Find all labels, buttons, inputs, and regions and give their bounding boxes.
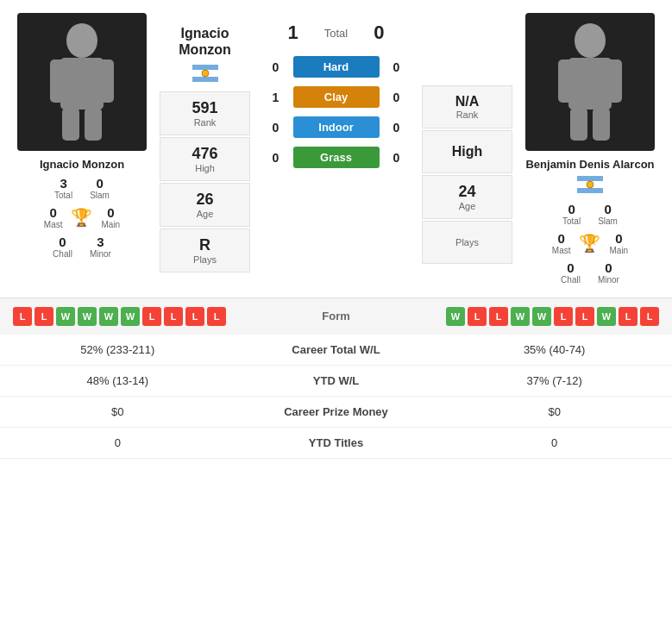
- left-total-value: 3: [60, 176, 66, 191]
- form-pill: L: [640, 307, 659, 326]
- form-pill: L: [575, 307, 594, 326]
- right-chall-value: 0: [567, 260, 574, 275]
- right-rank-value: N/A: [455, 94, 480, 110]
- form-pill: L: [164, 307, 183, 326]
- left-slam-label: Slam: [90, 191, 110, 200]
- left-mast-stat: 0 Mast: [44, 205, 63, 229]
- clay-badge: Clay: [293, 86, 380, 108]
- indoor-left-score: 0: [267, 121, 285, 135]
- left-main-label: Main: [101, 220, 120, 229]
- svg-rect-3: [98, 59, 114, 103]
- right-chall-label: Chall: [561, 275, 581, 285]
- trophy-icon-left: 🏆: [71, 207, 92, 228]
- grass-badge: Grass: [293, 147, 380, 168]
- prize-row: $0 Career Prize Money $0: [0, 396, 672, 427]
- right-total-label: Total: [562, 216, 581, 226]
- ytd-titles-row: 0 YTD Titles 0: [0, 427, 672, 458]
- left-player-name: Ignacio Monzon: [40, 158, 124, 171]
- right-total-stat: 0 Total: [562, 202, 581, 226]
- trophy-icon-right: 🏆: [579, 233, 600, 254]
- surface-indoor-row: 0 Indoor 0: [254, 113, 418, 141]
- ytd-wl-label: YTD W/L: [236, 365, 437, 396]
- svg-rect-2: [50, 59, 66, 103]
- svg-rect-5: [85, 108, 102, 141]
- right-avatar-silhouette: [551, 22, 629, 142]
- total-right-score: 0: [374, 22, 384, 44]
- left-rank-value: 591: [192, 99, 217, 117]
- form-pill: W: [446, 307, 465, 326]
- hard-left-score: 0: [267, 60, 285, 74]
- left-ytd-wl: 48% (13-14): [0, 365, 236, 396]
- right-rank-label: Rank: [456, 110, 479, 120]
- form-pill: L: [142, 307, 161, 326]
- form-pill: W: [78, 307, 97, 326]
- right-slam-label: Slam: [598, 216, 618, 226]
- form-pills-left: LLWWWWLLLL: [13, 307, 305, 326]
- right-main-stat: 0 Main: [609, 231, 628, 255]
- indoor-right-score: 0: [388, 121, 405, 135]
- left-flag: [192, 65, 218, 82]
- center-comparison-panel: 1 Total 0 0 Hard 0 1 Clay 0 0 Indoor 0 0: [254, 13, 418, 172]
- left-prize: $0: [0, 396, 236, 427]
- form-pill: L: [554, 307, 573, 326]
- left-rank-box: 591 Rank: [160, 91, 250, 135]
- right-player-name: Benjamin Denis Alarcon: [525, 158, 654, 172]
- right-mast-value: 0: [557, 231, 564, 246]
- left-age-box: 26 Age: [160, 183, 250, 227]
- svg-rect-11: [558, 59, 574, 103]
- right-minor-label: Minor: [598, 275, 619, 285]
- right-player-card: Benjamin Denis Alarcon 0 Total 0 Slam: [517, 13, 663, 285]
- svg-point-9: [575, 23, 606, 58]
- left-mast-label: Mast: [44, 220, 63, 229]
- left-player-avatar: [17, 13, 147, 151]
- left-avatar-silhouette: [43, 22, 121, 142]
- left-player-card: Ignacio Monzon 3 Total 0 Slam 0 Mast 🏆: [9, 13, 155, 259]
- indoor-badge: Indoor: [293, 116, 380, 138]
- form-pill: L: [207, 307, 226, 326]
- ytd-titles-label: YTD Titles: [236, 427, 437, 458]
- svg-rect-10: [568, 58, 612, 110]
- total-label: Total: [324, 27, 348, 40]
- form-pill: W: [532, 307, 551, 326]
- form-pill: W: [511, 307, 530, 326]
- hard-right-score: 0: [388, 60, 405, 74]
- right-age-label: Age: [459, 201, 476, 211]
- main-container: Ignacio Monzon 3 Total 0 Slam 0 Mast 🏆: [0, 0, 672, 459]
- clay-right-score: 0: [388, 91, 405, 104]
- total-row: 1 Total 0: [254, 13, 418, 51]
- right-career-wl: 35% (40-74): [436, 335, 672, 366]
- right-plays-label: Plays: [455, 237, 479, 247]
- form-pill: W: [99, 307, 118, 326]
- right-mast-stat: 0 Mast: [552, 231, 571, 255]
- right-flag: [577, 176, 603, 193]
- svg-rect-1: [60, 58, 104, 110]
- form-pill: L: [619, 307, 637, 326]
- form-pill: L: [13, 307, 32, 326]
- grass-right-score: 0: [388, 151, 405, 165]
- form-pill: L: [468, 307, 487, 326]
- left-name-display: Ignacio Monzon: [160, 25, 250, 58]
- form-pill: W: [56, 307, 75, 326]
- left-chall-label: Chall: [53, 249, 72, 259]
- left-minor-stat: 3 Minor: [90, 235, 111, 259]
- hard-badge: Hard: [293, 56, 380, 78]
- right-high-value: High: [452, 144, 483, 160]
- left-slam-value: 0: [96, 176, 103, 191]
- right-ytd-titles: 0: [436, 427, 672, 458]
- left-main-stat: 0 Main: [101, 205, 120, 229]
- svg-rect-14: [593, 108, 610, 141]
- right-mast-label: Mast: [552, 246, 571, 255]
- left-main-value: 0: [107, 205, 114, 220]
- right-minor-stat: 0 Minor: [598, 260, 619, 285]
- right-middle-stats: N/A Rank High 24 Age Plays: [422, 65, 512, 285]
- right-slam-stat: 0 Slam: [598, 202, 618, 226]
- right-player-avatar: [525, 13, 655, 151]
- right-plays-box: Plays: [422, 221, 512, 264]
- right-prize: $0: [436, 396, 672, 427]
- svg-rect-4: [62, 108, 79, 141]
- left-high-box: 476 High: [160, 137, 250, 181]
- right-minor-value: 0: [605, 260, 612, 275]
- right-slam-value: 0: [604, 202, 611, 216]
- career-wl-row: 52% (233-211) Career Total W/L 35% (40-7…: [0, 335, 672, 366]
- prize-label: Career Prize Money: [236, 396, 437, 427]
